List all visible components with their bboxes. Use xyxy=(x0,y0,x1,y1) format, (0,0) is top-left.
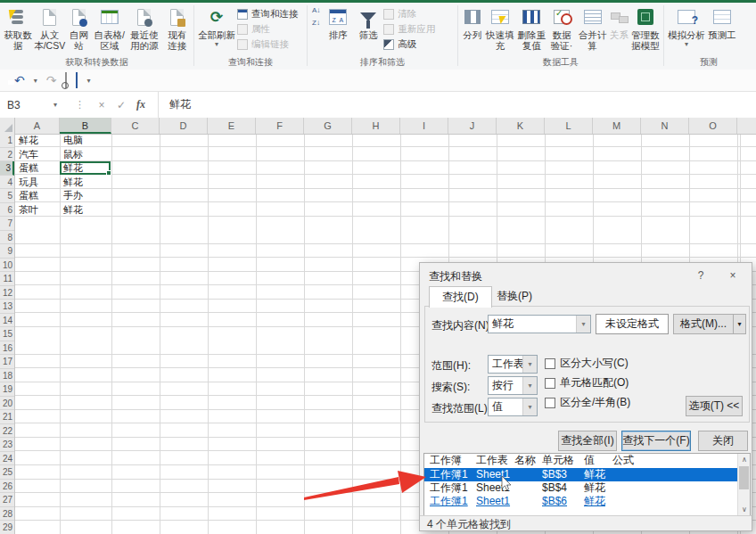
get-data-button[interactable]: 获取数据 xyxy=(3,4,33,51)
tab-find[interactable]: 查找(D) xyxy=(429,286,492,308)
select-all-corner[interactable] xyxy=(0,118,15,134)
queries-connections-button[interactable]: 查询和连接 xyxy=(237,8,299,20)
column-header-n[interactable]: N xyxy=(641,118,689,134)
advanced-filter-button[interactable]: 高级 xyxy=(383,38,435,50)
from-table-range-button[interactable]: 自表格/区域 xyxy=(93,4,127,51)
format-dropdown-icon[interactable]: ▾ xyxy=(733,314,746,334)
column-header-i[interactable]: I xyxy=(400,118,448,134)
options-button[interactable]: 选项(T) << xyxy=(686,396,743,416)
row-header-22[interactable]: 22 xyxy=(0,424,14,439)
close-icon[interactable]: × xyxy=(721,267,744,284)
what-if-analysis-button[interactable]: 模拟分析 ▾ xyxy=(667,4,706,48)
cell-a3[interactable]: 蛋糕 xyxy=(19,161,38,175)
manage-data-model-button[interactable]: 管理数据模型 xyxy=(629,4,661,51)
cell-a5[interactable]: 蛋糕 xyxy=(19,189,38,202)
look-in-combo[interactable]: 值 ▾ xyxy=(488,398,538,416)
sort-button[interactable]: Z A 排序 xyxy=(323,4,353,40)
row-header-25[interactable]: 25 xyxy=(0,465,14,480)
filter-button[interactable]: 筛选 xyxy=(354,4,382,40)
forecast-sheet-button[interactable]: 预测工 xyxy=(707,4,737,40)
within-combo[interactable]: 工作表 ▾ xyxy=(488,355,538,374)
column-header-j[interactable]: J xyxy=(448,118,497,134)
results-scrollbar[interactable]: ∧ ∨ xyxy=(737,454,750,515)
column-header-c[interactable]: C xyxy=(111,118,160,134)
chevron-down-icon[interactable]: ▾ xyxy=(576,316,590,333)
edit-links-button[interactable]: 编辑链接 xyxy=(237,38,299,50)
row-header-9[interactable]: 9 xyxy=(0,244,14,259)
find-next-button[interactable]: 查找下一个(F) xyxy=(621,431,691,451)
row-header-12[interactable]: 12 xyxy=(0,286,14,300)
column-header-m[interactable]: M xyxy=(593,118,641,134)
relationships-button[interactable]: 关系 xyxy=(610,4,629,40)
from-web-button[interactable]: 自网站 xyxy=(66,4,91,51)
cell-a2[interactable]: 汽车 xyxy=(19,148,38,161)
text-to-columns-button[interactable]: 分列 xyxy=(461,4,483,40)
customize-qat-dropdown-icon[interactable]: ▾ xyxy=(86,77,90,85)
cell-a4[interactable]: 玩具 xyxy=(19,176,38,189)
cell-b4[interactable]: 鲜花 xyxy=(63,176,83,189)
result-row-2[interactable]: 工作簿1 Sheet1 $B$4 鲜花 xyxy=(424,481,737,495)
search-combo[interactable]: 按行 ▾ xyxy=(488,376,538,395)
close-button[interactable]: 关闭 xyxy=(698,431,748,451)
scrollbar-thumb[interactable] xyxy=(739,466,749,489)
row-header-17[interactable]: 17 xyxy=(0,355,14,369)
row-header-13[interactable]: 13 xyxy=(0,300,14,314)
match-width-checkbox[interactable]: 区分全/半角(B) xyxy=(545,395,630,410)
row-header-24[interactable]: 24 xyxy=(0,452,14,466)
column-header-l[interactable]: L xyxy=(545,118,593,134)
cell-b1[interactable]: 电脑 xyxy=(63,134,83,147)
redo-button[interactable]: ↷ xyxy=(46,74,57,86)
format-button[interactable]: 格式(M)... xyxy=(673,314,734,334)
column-header-k[interactable]: K xyxy=(497,118,545,134)
row-header-14[interactable]: 14 xyxy=(0,314,14,328)
reapply-button[interactable]: 重新应用 xyxy=(383,23,435,35)
result-row-3[interactable]: 工作簿1 Sheet1 $B$6 鲜花 xyxy=(424,495,737,508)
insert-function-button[interactable]: fx xyxy=(131,98,151,111)
find-all-button[interactable]: 查找全部(I) xyxy=(558,431,617,451)
match-cell-checkbox[interactable]: 单元格匹配(O) xyxy=(545,375,629,390)
row-header-18[interactable]: 18 xyxy=(0,369,14,383)
row-header-29[interactable]: 29 xyxy=(0,521,14,534)
row-header-26[interactable]: 26 xyxy=(0,480,14,494)
row-header-16[interactable]: 16 xyxy=(0,341,14,356)
consolidate-button[interactable]: 合并计算 xyxy=(576,4,608,51)
row-header-27[interactable]: 27 xyxy=(0,493,14,507)
undo-dropdown-icon[interactable]: ▾ xyxy=(34,77,37,85)
column-header-o[interactable]: O xyxy=(689,118,737,134)
undo-button[interactable]: ↶ xyxy=(14,74,25,86)
chevron-down-icon[interactable]: ▾ xyxy=(522,356,537,373)
row-header-23[interactable]: 23 xyxy=(0,438,14,452)
resize-handle-icon[interactable]: ⋮ xyxy=(68,99,92,111)
column-header-d[interactable]: D xyxy=(160,118,208,134)
row-header-19[interactable]: 19 xyxy=(0,382,14,397)
row-header-20[interactable]: 20 xyxy=(0,397,14,411)
enter-button[interactable]: ✓ xyxy=(111,99,131,111)
match-case-checkbox[interactable]: 区分大小写(C) xyxy=(545,356,629,371)
column-header-f[interactable]: F xyxy=(256,118,304,134)
row-header-15[interactable]: 15 xyxy=(0,327,14,341)
existing-connections-button[interactable]: 现有连接 xyxy=(164,4,191,51)
cell-b5[interactable]: 手办 xyxy=(63,189,83,202)
row-header-11[interactable]: 11 xyxy=(0,272,14,286)
name-box[interactable]: B3 ▾ xyxy=(0,92,68,118)
cancel-button[interactable]: × xyxy=(92,99,111,111)
name-box-dropdown-icon[interactable]: ▾ xyxy=(53,101,68,109)
cell-a1[interactable]: 鲜花 xyxy=(19,134,38,147)
sort-ascending-button[interactable]: A↓ xyxy=(312,7,320,14)
from-text-csv-button[interactable]: 从文本/CSV xyxy=(34,4,65,51)
row-header-10[interactable]: 10 xyxy=(0,259,14,273)
scroll-up-icon[interactable]: ∧ xyxy=(738,454,751,465)
recent-sources-button[interactable]: 最近使用的源 xyxy=(127,4,161,51)
flash-fill-button[interactable]: 快速填充 xyxy=(484,4,515,51)
clear-filter-button[interactable]: 清除 xyxy=(383,8,435,20)
find-what-combo[interactable]: 鲜花 ▾ xyxy=(488,315,591,333)
row-header-7[interactable]: 7 xyxy=(0,217,14,231)
chevron-down-icon[interactable]: ▾ xyxy=(522,398,537,415)
row-header-21[interactable]: 21 xyxy=(0,410,14,424)
refresh-all-button[interactable]: ⟳ 全部刷新 ▾ xyxy=(197,4,236,48)
column-header-e[interactable]: E xyxy=(208,118,256,134)
result-row-1[interactable]: 工作簿1 Sheet1 $B$3 鲜花 xyxy=(424,468,737,481)
cell-b6[interactable]: 鲜花 xyxy=(63,203,83,217)
data-validation-button[interactable]: 数据验证· xyxy=(547,4,575,51)
cell-a6[interactable]: 茶叶 xyxy=(19,203,38,217)
